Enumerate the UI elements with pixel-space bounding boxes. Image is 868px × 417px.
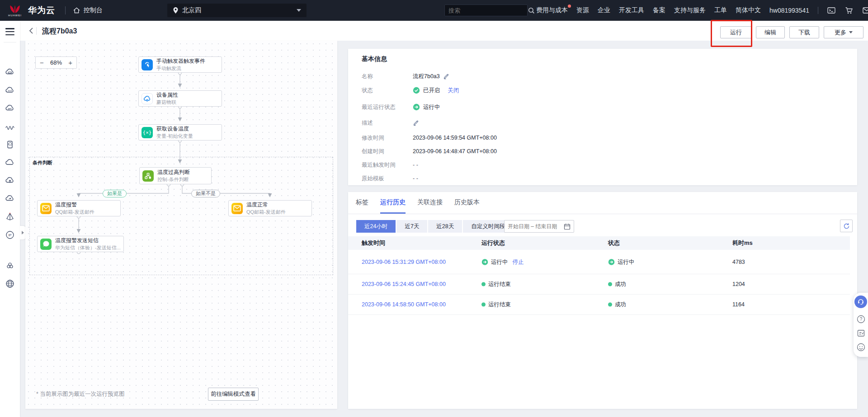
calendar-icon[interactable]	[564, 223, 571, 230]
sidebar-cloud-server-icon[interactable]	[5, 67, 15, 78]
download-button[interactable]: 下载	[789, 26, 819, 38]
tabs-divider	[348, 214, 857, 214]
sidebar-cloud-sync-icon[interactable]	[5, 193, 15, 204]
flow-node-condition-check[interactable]: 温度过高判断控制-条件判断	[139, 167, 212, 184]
node-subtitle: QQ邮箱-发送邮件	[246, 209, 286, 216]
search-icon[interactable]	[528, 7, 535, 14]
refresh-button[interactable]	[840, 220, 853, 232]
feedback-note-button[interactable]	[857, 329, 865, 337]
running-arrow-icon	[413, 103, 420, 111]
flow-node-temp-normal-mail[interactable]: 温度正常QQ邮箱-发送邮件	[228, 200, 312, 216]
basic-info-card: 基本信息 名称 流程7b0a3 状态 已开启 关闭 最近运行状态 运行中	[348, 49, 857, 185]
tab-run-history[interactable]: 运行历史	[380, 192, 406, 214]
nav-item-label: 费用与成本	[536, 6, 568, 14]
node-title: 温度正常	[246, 201, 286, 209]
sidebar-mobile-device-icon[interactable]	[5, 139, 15, 150]
flow-preview-canvas[interactable]: − 68% + 条件判断 手动触发器触发事件手动触发流 设备属性蘑菇物联 {×}…	[25, 41, 337, 409]
mail-envelope-icon	[231, 203, 243, 214]
running-arrow-icon	[481, 258, 488, 265]
back-button[interactable]	[26, 26, 35, 35]
help-question-button[interactable]: ?	[857, 315, 865, 323]
search-input[interactable]	[448, 7, 528, 14]
run-button[interactable]: 运行	[720, 26, 752, 38]
flow-node-device-property[interactable]: 设备属性蘑菇物联	[138, 90, 222, 107]
run-detail-link[interactable]: 2023-09-06 14:58:50 GMT+08:00	[362, 301, 446, 308]
global-search[interactable]	[444, 5, 528, 16]
notification-dot	[568, 5, 571, 8]
nav-item-account[interactable]: hw081993541	[769, 7, 809, 14]
location-pin-icon	[173, 7, 179, 14]
support-headset-button[interactable]	[854, 295, 867, 308]
condition-group-label: 条件判断	[31, 159, 54, 166]
edit-description-pencil-icon[interactable]	[413, 120, 419, 126]
nav-item-devtools[interactable]: 开发工具	[619, 6, 644, 14]
date-range-field[interactable]	[508, 223, 562, 230]
svg-text:IP: IP	[8, 233, 11, 237]
sidebar-user-group-icon[interactable]	[5, 260, 15, 271]
flow-node-get-temperature[interactable]: {×} 获取设备温度变量-初始化变量	[138, 124, 222, 141]
info-row-created: 创建时间 2023-09-06 14:48:47 GMT+08:00	[362, 147, 497, 156]
goto-edit-mode-button[interactable]: 前往编辑模式查看	[208, 388, 259, 401]
nav-divider	[65, 6, 66, 14]
left-sidebar: IP	[0, 21, 20, 417]
tab-history-versions[interactable]: 历史版本	[454, 192, 480, 214]
status-text: 成功	[615, 281, 626, 288]
tab-labels[interactable]: 标签	[356, 192, 368, 214]
flow-node-temp-alarm-mail[interactable]: 温度报警QQ邮箱-发送邮件	[37, 200, 121, 216]
cart-icon[interactable]	[844, 6, 854, 15]
more-button[interactable]: 更多	[824, 26, 863, 38]
table-row: 2023-09-06 15:31:29 GMT+08:00 运行中 停止 运行中…	[348, 250, 850, 274]
table-header: 触发时间 运行状态 状态 耗时ms	[348, 236, 850, 250]
sidebar-cloud-dots-icon[interactable]	[5, 85, 15, 96]
nav-item-resources[interactable]: 资源	[576, 6, 589, 14]
console-link[interactable]: 控制台	[73, 6, 103, 14]
canvas-footnote: * 当前展示图为最近一次运行预览图	[36, 390, 125, 398]
satisfaction-smiley-button[interactable]	[857, 343, 865, 351]
nav-item-billing[interactable]: 费用与成本	[536, 6, 568, 14]
mail-envelope-icon	[40, 203, 52, 214]
huawei-wordmark: HUAWEI	[8, 14, 22, 17]
flow-node-send-sms[interactable]: 温度报警发送短信华为短信（体验）-发送短信...	[37, 236, 124, 252]
run-detail-link[interactable]: 2023-09-06 15:31:29 GMT+08:00	[362, 259, 446, 265]
zoom-in-button[interactable]: +	[68, 59, 72, 66]
menu-hamburger-icon[interactable]	[5, 28, 14, 35]
sidebar-waves-icon[interactable]	[5, 121, 15, 132]
filter-7d-button[interactable]: 近7天	[396, 220, 427, 233]
run-detail-link[interactable]: 2023-09-06 15:24:45 GMT+08:00	[362, 281, 446, 287]
flow-node-manual-trigger[interactable]: 手动触发器触发事件手动触发流	[138, 56, 222, 73]
success-dot-icon	[481, 303, 486, 307]
date-range-input[interactable]	[504, 220, 574, 233]
disable-flow-link[interactable]: 关闭	[448, 87, 459, 94]
info-row-template: 原始模板 - -	[362, 174, 418, 183]
home-icon	[73, 7, 80, 14]
nav-divider	[818, 7, 818, 14]
tab-connections[interactable]: 关联连接	[417, 192, 443, 214]
duration-value: 4783	[732, 259, 745, 265]
cli-terminal-icon[interactable]	[827, 6, 836, 15]
stop-run-link[interactable]: 停止	[513, 258, 524, 266]
info-row-name: 名称 流程7b0a3	[362, 72, 449, 81]
nav-item-support[interactable]: 支持与服务	[674, 6, 706, 14]
region-selector[interactable]: 北京四	[167, 4, 307, 17]
nav-item-tickets[interactable]: 工单	[714, 6, 727, 14]
filter-24h-button[interactable]: 近24小时	[356, 220, 396, 233]
tabs-row: 标签 运行历史 关联连接 历史版本	[356, 192, 480, 214]
edit-name-pencil-icon[interactable]	[443, 73, 449, 80]
info-row-description: 描述	[362, 118, 419, 127]
zoom-out-button[interactable]: −	[40, 59, 44, 66]
edit-button[interactable]: 编辑	[756, 26, 785, 38]
mail-icon[interactable]	[862, 6, 868, 15]
nav-item-enterprise[interactable]: 企业	[598, 6, 610, 14]
nav-item-icp[interactable]: 备案	[653, 6, 665, 14]
info-label: 修改时间	[362, 134, 413, 142]
sidebar-ip-icon[interactable]: IP	[5, 230, 15, 240]
nav-item-language[interactable]: 简体中文	[736, 6, 761, 14]
sidebar-cloud-storage-icon[interactable]	[5, 103, 15, 114]
sidebar-cloud-upload-icon[interactable]	[5, 175, 15, 186]
filter-28d-button[interactable]: 近28天	[428, 220, 462, 233]
sidebar-prism-icon[interactable]	[5, 211, 15, 222]
variable-icon: {×}	[142, 127, 153, 138]
sidebar-globe-icon[interactable]	[5, 278, 15, 289]
sidebar-cloud-icon[interactable]	[5, 157, 15, 168]
col-header-status: 状态	[608, 236, 620, 250]
